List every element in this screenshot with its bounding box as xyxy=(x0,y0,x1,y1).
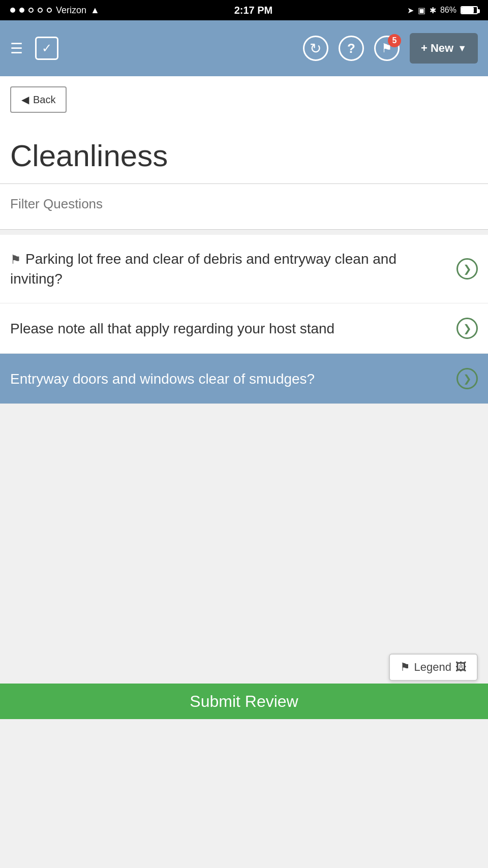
submit-review-label: Submit Review xyxy=(190,692,298,711)
legend-button[interactable]: ⚑ Legend 🖼 xyxy=(389,654,478,681)
questions-list: ⚑Parking lot free and clear of debris an… xyxy=(0,235,488,404)
carrier-label: Verizon xyxy=(56,5,86,16)
checkbox-icon[interactable]: ✓ xyxy=(35,37,58,60)
nav-right: ↻ ? ⚑ 5 + New ▼ xyxy=(303,33,478,64)
status-left: Verizon ▲ xyxy=(10,5,100,16)
empty-space xyxy=(0,404,488,648)
signal-dot-3 xyxy=(28,8,34,13)
status-bar: Verizon ▲ 2:17 PM ➤ ▣ ✱ 86% xyxy=(0,0,488,20)
check-mark: ✓ xyxy=(42,41,52,55)
legend-label: Legend xyxy=(414,661,451,674)
help-icon: ? xyxy=(347,41,355,56)
signal-dot-5 xyxy=(47,8,52,13)
question-text-3: Entryway doors and windows clear of smud… xyxy=(10,369,456,389)
signal-dot-4 xyxy=(38,8,43,13)
filter-area xyxy=(0,183,488,230)
signal-dot-1 xyxy=(10,8,15,13)
location-icon: ➤ xyxy=(407,6,414,15)
battery-label: 86% xyxy=(440,6,456,15)
chevron-icon-3: ❯ xyxy=(463,373,472,385)
back-label: Back xyxy=(33,94,55,106)
wifi-icon: ▲ xyxy=(90,5,100,16)
legend-image-icon: 🖼 xyxy=(455,661,467,674)
question-item-2[interactable]: Please note all that apply regarding you… xyxy=(0,303,488,354)
bluetooth-icon: ✱ xyxy=(430,6,436,15)
back-area: ◀ Back xyxy=(0,76,488,123)
caret-icon: ▼ xyxy=(458,43,467,54)
time-display: 2:17 PM xyxy=(234,5,273,16)
question-item-3[interactable]: Entryway doors and windows clear of smud… xyxy=(0,354,488,404)
submit-review-button[interactable]: Submit Review xyxy=(0,684,488,719)
nav-left: ☰ ✓ xyxy=(10,37,58,60)
new-button-label: + New xyxy=(421,42,453,55)
chevron-right-3: ❯ xyxy=(456,368,478,389)
page-title: Cleanliness xyxy=(10,138,478,173)
back-button[interactable]: ◀ Back xyxy=(10,86,67,113)
filter-input[interactable] xyxy=(0,184,488,224)
question-text-2: Please note all that apply regarding you… xyxy=(10,319,456,338)
screen-icon: ▣ xyxy=(418,6,425,15)
status-right: ➤ ▣ ✱ 86% xyxy=(407,6,478,15)
battery-icon xyxy=(461,6,478,14)
page-title-area: Cleanliness xyxy=(0,123,488,183)
menu-icon[interactable]: ☰ xyxy=(10,40,23,57)
chevron-icon-1: ❯ xyxy=(463,263,472,275)
chevron-right-1: ❯ xyxy=(456,258,478,280)
help-button[interactable]: ? xyxy=(339,36,364,61)
navbar: ☰ ✓ ↻ ? ⚑ 5 + New ▼ xyxy=(0,20,488,76)
notification-badge: 5 xyxy=(388,34,401,47)
back-icon: ◀ xyxy=(21,94,29,106)
chevron-right-2: ❯ xyxy=(456,318,478,339)
question-text-1: ⚑Parking lot free and clear of debris an… xyxy=(10,249,456,289)
question-item-1[interactable]: ⚑Parking lot free and clear of debris an… xyxy=(0,235,488,303)
flag-button[interactable]: ⚑ 5 xyxy=(374,36,400,61)
signal-dot-2 xyxy=(19,8,24,13)
new-button[interactable]: + New ▼ xyxy=(410,33,478,64)
refresh-button[interactable]: ↻ xyxy=(303,36,328,61)
refresh-icon: ↻ xyxy=(310,40,321,57)
legend-flag-icon: ⚑ xyxy=(400,661,410,674)
bottom-spacer: ⚑ Legend 🖼 Submit Review xyxy=(0,648,488,719)
chevron-icon-2: ❯ xyxy=(463,322,472,334)
question-flag-1: ⚑ xyxy=(10,253,21,266)
